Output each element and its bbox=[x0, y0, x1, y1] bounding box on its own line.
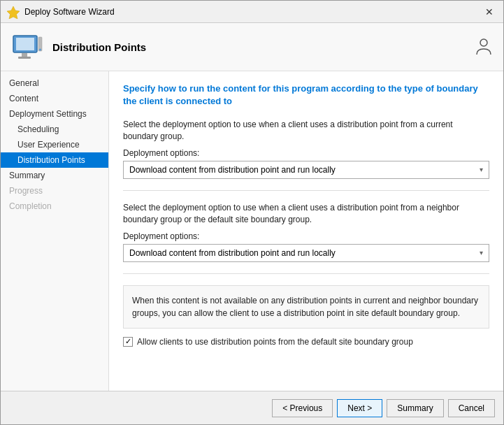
checkbox-row[interactable]: ✓ Allow clients to use distribution poin… bbox=[123, 337, 489, 347]
header-bar: Distribution Points bbox=[1, 23, 503, 71]
title-bar: Deploy Software Wizard ✕ bbox=[1, 1, 503, 23]
allow-checkbox[interactable]: ✓ bbox=[123, 337, 133, 347]
sidebar-item-scheduling[interactable]: Scheduling bbox=[1, 122, 108, 137]
section1-dropdown[interactable]: Download content from distribution point… bbox=[123, 161, 489, 179]
close-button[interactable]: ✕ bbox=[481, 3, 498, 20]
sidebar-item-summary[interactable]: Summary bbox=[1, 168, 108, 183]
svg-marker-0 bbox=[7, 6, 20, 19]
section-neighbor-boundary: Select the deployment option to use when… bbox=[123, 202, 489, 262]
section1-description: Select the deployment option to use when… bbox=[123, 119, 489, 143]
section2-label: Deployment options: bbox=[123, 231, 489, 241]
window-title: Deploy Software Wizard bbox=[24, 7, 481, 17]
sidebar-item-general[interactable]: General bbox=[1, 75, 108, 91]
header-title: Distribution Points bbox=[52, 41, 146, 53]
section2-dropdown-value: Download content from distribution point… bbox=[129, 248, 336, 258]
person-icon bbox=[474, 36, 494, 56]
separator1 bbox=[123, 190, 489, 191]
sidebar-item-content[interactable]: Content bbox=[1, 91, 108, 106]
section-notice: When this content is not available on an… bbox=[123, 285, 489, 347]
deploy-software-wizard: Deploy Software Wizard ✕ Distribution Po… bbox=[0, 0, 504, 425]
section2-description: Select the deployment option to use when… bbox=[123, 202, 489, 226]
section2-dropdown-arrow: ▾ bbox=[480, 249, 483, 257]
sidebar-item-distribution-points[interactable]: Distribution Points bbox=[1, 152, 108, 168]
sidebar-item-user-experience[interactable]: User Experience bbox=[1, 137, 108, 152]
separator2 bbox=[123, 273, 489, 274]
section-current-boundary: Select the deployment option to use when… bbox=[123, 119, 489, 179]
header-person-icon bbox=[474, 36, 494, 58]
sidebar-item-completion: Completion bbox=[1, 199, 108, 214]
wizard-body: General Content Deployment Settings Sche… bbox=[1, 71, 503, 391]
previous-button[interactable]: < Previous bbox=[272, 399, 333, 417]
sidebar-item-progress: Progress bbox=[1, 183, 108, 199]
wizard-icon bbox=[6, 5, 20, 19]
checkmark: ✓ bbox=[125, 337, 131, 346]
next-button[interactable]: Next > bbox=[337, 399, 382, 417]
computer-icon bbox=[10, 30, 44, 64]
notice-text: When this content is not available on an… bbox=[123, 285, 489, 329]
section1-label: Deployment options: bbox=[123, 148, 489, 158]
svg-point-7 bbox=[480, 39, 487, 46]
svg-rect-3 bbox=[22, 53, 27, 57]
sidebar: General Content Deployment Settings Sche… bbox=[1, 71, 109, 391]
checkbox-label: Allow clients to use distribution points… bbox=[137, 337, 413, 347]
svg-point-6 bbox=[39, 49, 41, 51]
summary-button[interactable]: Summary bbox=[387, 399, 443, 417]
sidebar-item-deployment-settings[interactable]: Deployment Settings bbox=[1, 106, 108, 122]
svg-rect-2 bbox=[16, 38, 34, 50]
section2-dropdown[interactable]: Download content from distribution point… bbox=[123, 244, 489, 262]
footer: < Previous Next > Summary Cancel bbox=[1, 391, 503, 424]
main-content: Specify how to run the content for this … bbox=[109, 71, 503, 391]
svg-rect-4 bbox=[18, 57, 31, 59]
cancel-button[interactable]: Cancel bbox=[448, 399, 495, 417]
section1-dropdown-arrow: ▾ bbox=[480, 166, 483, 173]
main-heading: Specify how to run the content for this … bbox=[123, 82, 489, 108]
section1-dropdown-value: Download content from distribution point… bbox=[129, 165, 336, 175]
